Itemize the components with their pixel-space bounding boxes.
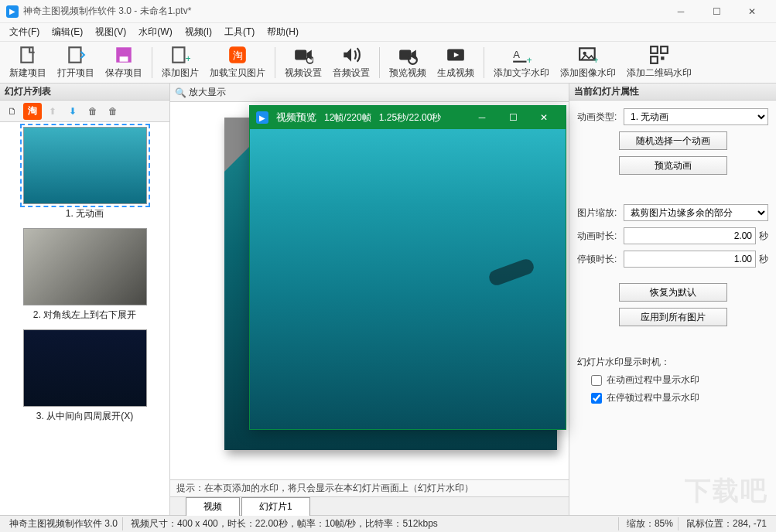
slide-list[interactable]: 1. 无动画2. 对角线左上到右下展开3. 从中间向四周展开(X) [0,122,169,515]
anim-type-select[interactable]: 1. 无动画 [624,108,768,125]
add-qr-wm-label: 添加二维码水印 [627,66,692,80]
video-settings-button[interactable]: 视频设置 [280,43,326,81]
slide-list-panel: 幻灯片列表 🗋 淘 ⬆ ⬇ 🗑 🗑 1. 无动画2. 对角线左上到右下展开3. … [0,84,170,515]
add-image-wm-label: 添加图像水印 [560,66,616,80]
add-image-wm-button[interactable]: +添加图像水印 [556,43,620,81]
status-app: 神奇主图视频制作软件 3.0 [5,517,123,530]
add-slide-icon[interactable]: 🗋 [3,103,22,120]
preview-close-button[interactable]: ✕ [528,106,559,129]
audio-settings-label: 音频设置 [333,66,370,80]
svg-rect-21 [661,56,664,60]
hint-bar: 提示：在本页添加的水印，将只会显示在本幻灯片画面上（幻灯片水印） [170,479,569,496]
menu-水印(W)[interactable]: 水印(W) [132,23,178,41]
seconds-unit: 秒 [759,230,768,243]
wm-during-pause-checkbox[interactable] [591,393,602,404]
wm-during-anim-checkbox[interactable] [591,375,602,386]
slide-item[interactable]: 1. 无动画 [5,127,165,220]
slide-item[interactable]: 3. 从中间向四周展开(X) [5,329,165,423]
move-down-icon[interactable]: ⬇ [63,103,82,120]
properties-header: 当前幻灯片属性 [569,84,776,101]
add-text-wm-button[interactable]: A+添加文字水印 [489,43,554,81]
reset-button[interactable]: 恢复为默认 [619,283,727,302]
tab-视频[interactable]: 视频 [186,497,240,516]
audio-settings-button[interactable]: 音频设置 [328,43,374,81]
svg-rect-8 [295,50,306,60]
new-project-button[interactable]: 新建项目 [5,43,51,81]
add-text-wm-icon: A+ [511,45,532,65]
video-settings-label: 视频设置 [285,66,322,80]
slide-thumbnail[interactable] [23,329,147,407]
clear-icon[interactable]: 🗑 [104,103,122,120]
zoom-in-icon: 🔍 [175,87,186,98]
slide-thumbnail[interactable] [23,228,147,305]
svg-rect-4 [173,47,184,63]
watermark-timing-header: 幻灯片水印显示时机： [577,356,768,369]
preview-frame-stat: 12帧/220帧 [324,111,371,124]
save-project-button[interactable]: 保存项目 [101,43,147,81]
preview-app-icon: ▶ [256,111,268,124]
preview-minimize-button[interactable]: ─ [467,106,497,129]
preview-video-button[interactable]: 预览视频 [385,43,431,81]
add-image-button[interactable]: +添加图片 [157,43,203,81]
add-image-label: 添加图片 [162,66,199,80]
slide-caption: 3. 从中间向四周展开(X) [5,410,165,423]
preview-maximize-button[interactable]: ☐ [497,106,528,129]
slide-list-header: 幻灯片列表 [0,84,169,101]
minimize-button[interactable]: ─ [663,0,699,23]
main-toolbar: 新建项目打开项目保存项目+添加图片淘加载宝贝图片视频设置音频设置预览视频生成视频… [0,42,776,84]
pause-duration-input[interactable] [624,251,756,268]
menu-视图(V)[interactable]: 视图(V) [89,23,132,41]
load-taobao-icon: 淘 [227,45,248,65]
taobao-icon[interactable]: 淘 [23,103,42,120]
random-anim-button[interactable]: 随机选择一个动画 [619,131,727,150]
menubar: 文件(F)编辑(E)视图(V)水印(W)视频(I)工具(T)帮助(H) [0,23,776,42]
preview-content [250,129,566,429]
preview-anim-button[interactable]: 预览动画 [619,156,727,175]
menu-视频(I)[interactable]: 视频(I) [179,23,218,41]
anim-duration-input[interactable] [624,227,756,244]
menu-文件(F)[interactable]: 文件(F) [3,23,46,41]
build-video-button[interactable]: 生成视频 [432,43,479,81]
menu-编辑(E)[interactable]: 编辑(E) [46,23,89,41]
save-project-icon [114,45,134,65]
maximize-button[interactable]: ☐ [699,0,734,23]
preview-window[interactable]: ▶ 视频预览 12帧/220帧 1.25秒/22.00秒 ─ ☐ ✕ [249,105,566,430]
add-image-wm-icon: + [578,45,598,65]
audio-settings-icon [341,45,361,65]
preview-title-label: 视频预览 [276,111,316,124]
svg-rect-1 [69,47,80,63]
add-qr-wm-button[interactable]: 添加二维码水印 [622,43,696,81]
svg-text:+: + [186,53,191,64]
scale-select[interactable]: 裁剪图片边缘多余的部分 [624,204,768,221]
svg-rect-3 [120,56,128,62]
seconds-unit: 秒 [759,253,768,266]
preview-video-label: 预览视频 [389,66,426,80]
svg-text:+: + [593,54,599,65]
svg-text:淘: 淘 [233,49,243,61]
open-project-button[interactable]: 打开项目 [53,43,99,81]
tab-幻灯片1[interactable]: 幻灯片1 [241,497,310,516]
slide-item[interactable]: 2. 对角线左上到右下展开 [5,228,165,322]
zoom-in-button[interactable]: 🔍放大显示 [175,86,226,99]
apply-all-button[interactable]: 应用到所有图片 [619,308,727,326]
wm-during-pause-label: 在停顿过程中显示水印 [607,391,699,404]
menu-帮助(H)[interactable]: 帮助(H) [261,23,305,41]
new-project-label: 新建项目 [9,66,46,80]
open-project-icon [66,45,86,65]
titlebar: ▶ 神奇主图视频制作软件 3.0 - 未命名1.ptv* ─ ☐ ✕ [0,0,776,23]
move-up-icon[interactable]: ⬆ [43,103,62,120]
preview-time-stat: 1.25秒/22.00秒 [379,111,442,124]
delete-icon[interactable]: 🗑 [84,103,102,120]
menu-工具(T)[interactable]: 工具(T) [218,23,261,41]
load-taobao-button[interactable]: 淘加载宝贝图片 [205,43,270,81]
slide-thumbnail[interactable] [23,127,147,204]
load-taobao-label: 加载宝贝图片 [210,66,265,80]
close-button[interactable]: ✕ [734,0,770,23]
preview-titlebar[interactable]: ▶ 视频预览 12帧/220帧 1.25秒/22.00秒 ─ ☐ ✕ [250,106,566,129]
wm-during-anim-label: 在动画过程中显示水印 [607,373,699,387]
new-project-icon [18,45,38,65]
app-icon: ▶ [6,5,19,18]
window-controls: ─ ☐ ✕ [663,0,770,23]
svg-text:+: + [527,54,532,65]
anim-type-label: 动画类型: [577,111,624,124]
